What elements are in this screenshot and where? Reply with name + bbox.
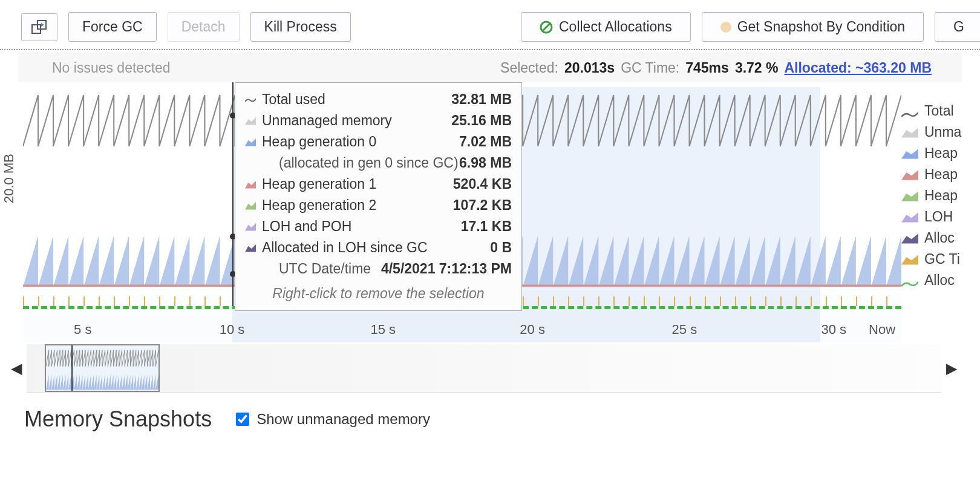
tooltip-utc-label: UTC Date/time — [262, 261, 381, 277]
chart-body[interactable]: Total used32.81 MBUnmanaged memory25.16 … — [23, 82, 901, 342]
legend-gctime-label: GC Ti — [924, 251, 960, 267]
tooltip-total-label: Total used — [262, 91, 451, 108]
tooltip-allocloh-label: Allocated in LOH since GC — [262, 240, 490, 256]
legend-item-allocated[interactable]: Alloc — [901, 270, 962, 291]
legend: TotalUnmaHeapHeapHeapLOHAllocGC TiAlloc — [901, 82, 962, 342]
spacer-icon — [245, 159, 256, 168]
tooltip-row-gen1: Heap generation 1520.4 KB — [245, 174, 512, 195]
tooltip-loh-label: LOH and POH — [262, 218, 461, 235]
y-axis-label: 20.0 MB — [1, 154, 17, 203]
collect-allocations-button[interactable]: Collect Allocations — [521, 12, 691, 42]
loh-swatch-icon — [245, 223, 256, 231]
tooltip-unmanaged-value: 25.16 MB — [451, 113, 512, 129]
tooltip-gen1-label: Heap generation 1 — [262, 176, 453, 192]
x-axis: 5 s10 s15 s20 s25 s30 sNow — [23, 307, 901, 342]
tooltip-row-unmanaged: Unmanaged memory25.16 MB — [245, 110, 512, 131]
gen0-legend-icon — [901, 148, 918, 159]
tooltip-row-allocloh: Allocated in LOH since GC0 B — [245, 237, 512, 258]
show-unmanaged-checkbox[interactable] — [236, 413, 249, 426]
snapshots-heading: Memory Snapshots — [24, 407, 212, 432]
kill-process-button[interactable]: Kill Process — [250, 12, 351, 42]
tooltip-utc-value: 4/5/2021 7:12:13 PM — [381, 261, 512, 277]
total-swatch-icon — [245, 96, 256, 104]
truncated-button[interactable]: G — [935, 12, 980, 42]
tooltip-gen2-label: Heap generation 2 — [262, 197, 453, 214]
gen2-legend-icon — [901, 191, 918, 201]
tooltip-gen0since-label: (allocated in gen 0 since GC) — [262, 155, 459, 171]
nav-viewport[interactable] — [45, 344, 160, 392]
selected-value: 20.013s — [564, 60, 615, 76]
show-unmanaged-checkbox-label[interactable]: Show unmanaged memory — [236, 411, 430, 428]
nav-right-button[interactable]: ▶ — [941, 360, 962, 377]
legend-total-label: Total — [924, 103, 954, 119]
unmanaged-legend-icon — [901, 127, 918, 138]
tooltip-row-gen2: Heap generation 2107.2 KB — [245, 195, 512, 216]
gc-time-ms: 745ms — [685, 60, 729, 76]
cursor-line[interactable] — [232, 82, 234, 306]
tooltip-loh-value: 17.1 KB — [461, 218, 512, 235]
legend-item-unmanaged[interactable]: Unma — [901, 122, 962, 143]
svg-line-4 — [543, 24, 550, 31]
selected-label: Selected: — [500, 60, 558, 76]
x-tick: 25 s — [672, 322, 697, 338]
legend-unmanaged-label: Unma — [924, 124, 961, 140]
tooltip-row-total: Total used32.81 MB — [245, 89, 512, 110]
tooltip-gen2-value: 107.2 KB — [453, 197, 512, 214]
allocated-link[interactable]: Allocated: ~363.20 MB — [784, 60, 932, 76]
snapshot-by-condition-button[interactable]: Get Snapshot By Condition — [702, 12, 924, 42]
legend-item-total[interactable]: Total — [901, 100, 962, 122]
tooltip-gen1-value: 520.4 KB — [453, 176, 512, 192]
memory-chart[interactable]: 20.0 MB Total used32.81 MBUnmanaged memo… — [6, 82, 962, 342]
legend-allocloh-label: Alloc — [924, 230, 955, 246]
process-icon — [31, 20, 47, 34]
legend-gen0-label: Heap — [924, 145, 958, 162]
tooltip-allocloh-value: 0 B — [490, 240, 512, 256]
legend-item-gen2[interactable]: Heap — [901, 185, 962, 206]
spacer-icon — [245, 265, 256, 273]
gen1-swatch-icon — [245, 180, 256, 189]
legend-item-allocloh[interactable]: Alloc — [901, 227, 962, 249]
legend-item-loh[interactable]: LOH — [901, 206, 962, 227]
x-tick: 30 s — [821, 322, 846, 338]
tooltip-row-loh: LOH and POH17.1 KB — [245, 216, 512, 237]
legend-allocated-label: Alloc — [924, 272, 955, 289]
mini-chart — [46, 345, 158, 391]
tooltip: Total used32.81 MBUnmanaged memory25.16 … — [235, 82, 522, 311]
x-tick: 15 s — [371, 322, 396, 338]
allocated-legend-icon — [901, 275, 918, 286]
detach-button: Detach — [168, 12, 240, 42]
bottom-panel: Memory Snapshots Show unmanaged memory — [0, 393, 980, 432]
collect-allocations-label: Collect Allocations — [559, 19, 672, 35]
tooltip-row-gen0: Heap generation 07.02 MB — [245, 131, 512, 152]
gen0-swatch-icon — [245, 138, 256, 146]
toolbar: Force GC Detach Kill Process Collect All… — [0, 0, 980, 49]
circle-icon — [720, 22, 731, 33]
status-bar: No issues detected Selected: 20.013s GC … — [18, 53, 962, 82]
legend-gen2-label: Heap — [924, 188, 958, 204]
gen1-legend-icon — [901, 169, 918, 180]
triangle-right-icon: ▶ — [946, 360, 957, 376]
force-gc-button[interactable]: Force GC — [68, 12, 157, 42]
snapshot-by-condition-label: Get Snapshot By Condition — [737, 19, 905, 35]
loh-legend-icon — [901, 212, 918, 223]
tooltip-hint: Right-click to remove the selection — [245, 279, 512, 302]
legend-item-gen0[interactable]: Heap — [901, 143, 962, 164]
x-tick: 5 s — [74, 322, 91, 338]
profile-target-button[interactable] — [21, 13, 57, 41]
legend-item-gctime[interactable]: GC Ti — [901, 249, 962, 270]
separator — [0, 49, 980, 50]
tooltip-unmanaged-label: Unmanaged memory — [262, 113, 451, 129]
nav-track[interactable] — [27, 344, 941, 393]
legend-item-gen1[interactable]: Heap — [901, 164, 962, 185]
tooltip-total-value: 32.81 MB — [451, 91, 512, 108]
tooltip-gen0since-value: 6.98 MB — [459, 155, 512, 171]
triangle-left-icon: ◀ — [11, 360, 22, 376]
timeline-navigator[interactable]: ◀ ▶ — [6, 344, 962, 393]
no-entry-icon — [540, 21, 553, 34]
nav-left-button[interactable]: ◀ — [6, 360, 27, 377]
gc-time-pct: 3.72 % — [735, 60, 779, 76]
allocloh-swatch-icon — [245, 244, 256, 252]
gen2-swatch-icon — [245, 201, 256, 210]
x-tick: Now — [869, 322, 895, 338]
total-legend-icon — [901, 106, 918, 117]
